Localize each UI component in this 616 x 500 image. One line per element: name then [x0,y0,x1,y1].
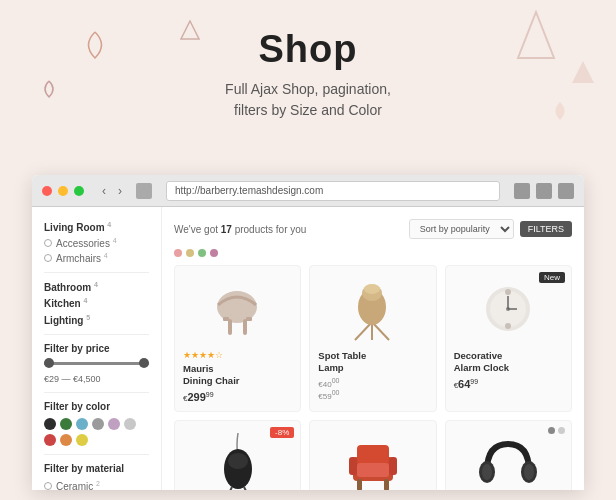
product-badge-sale: -8% [270,427,294,438]
price-range-slider[interactable]: €29 — €4,500 [44,362,149,384]
browser-bookmark-btn[interactable] [558,183,574,199]
sidebar-bathroom[interactable]: Bathroom 4 [44,281,149,293]
color-swatches [44,418,149,446]
svg-rect-4 [228,319,232,335]
main-header: We've got 17 products for you Sort by po… [174,219,572,239]
material-filter-label: Filter by material [44,463,149,474]
page-title: Shop [0,28,616,71]
svg-line-23 [228,487,232,490]
product-image-clock [454,274,563,344]
browser-window: ‹ › http://barberry.temashdesign.com Liv… [32,175,584,490]
price-filter-label: Filter by price [44,343,149,354]
product-card-fusce-armchair[interactable]: Fusce PortaArmchair €3,35000 [309,420,436,490]
price-range-text: €29 — €4,500 [44,374,101,384]
browser-maximize-btn[interactable] [74,186,84,196]
browser-forward-btn[interactable]: › [114,182,126,200]
product-name-chair: MaurisDining Chair [183,363,292,388]
pagination-dot-2[interactable] [186,249,194,257]
products-count: We've got 17 products for you [174,224,306,235]
svg-rect-30 [384,479,389,490]
product-price-chair: €29999 [183,391,292,403]
product-card-spot-lamp[interactable]: Spot TableLamp €4000 €5900 [309,265,436,412]
product-price-lamp: €4000 €5900 [318,378,427,401]
shop-content: Living Room 4 Accessories 4 Armchairs 4 … [32,207,584,490]
browser-close-btn[interactable] [42,186,52,196]
sort-select[interactable]: Sort by popularity Sort by price Sort by… [409,219,514,239]
sidebar-lighting[interactable]: Lighting 5 [44,314,149,326]
product-price-clock: €6499 [454,378,563,390]
product-card-headphones[interactable]: LiberoHeadphones €49900 [445,420,572,490]
dot-light [558,427,565,434]
browser-grid-btn[interactable] [136,183,152,199]
lamp-illustration [345,277,400,342]
price-slider-thumb-right[interactable] [139,358,149,368]
pagination-dot-4[interactable] [210,249,218,257]
svg-rect-5 [243,319,247,335]
color-swatch-yellow[interactable] [76,434,88,446]
price-slider-track[interactable] [44,362,149,365]
sidebar-divider-4 [44,454,149,455]
headphones-illustration [479,436,537,490]
product-image-blown-lamp [183,429,292,490]
color-swatch-orange[interactable] [60,434,72,446]
sidebar-item-accessories[interactable]: Accessories 4 [44,237,149,249]
sidebar-living-room: Living Room 4 [44,221,149,233]
product-card-mauris-chair[interactable]: ★★★★☆ MaurisDining Chair €29999 [174,265,301,412]
radio-ceramic[interactable] [44,482,52,490]
svg-point-13 [364,284,380,294]
browser-minimize-btn[interactable] [58,186,68,196]
svg-point-19 [505,289,511,295]
svg-point-33 [482,464,492,480]
svg-rect-6 [223,317,229,321]
sidebar-divider-2 [44,334,149,335]
color-swatch-black[interactable] [44,418,56,430]
page-subtitle: Full Ajax Shop, pagination,filters by Si… [0,79,616,121]
browser-refresh-btn[interactable] [514,183,530,199]
browser-share-btn[interactable] [536,183,552,199]
sidebar-kitchen[interactable]: Kitchen 4 [44,297,149,309]
product-image-headphones [454,429,563,490]
color-swatch-green[interactable] [60,418,72,430]
clock-illustration [481,282,536,337]
page-header: Shop Full Ajax Shop, pagination,filters … [0,0,616,121]
browser-back-btn[interactable]: ‹ [98,182,110,200]
radio-armchairs[interactable] [44,254,52,262]
sidebar-item-armchairs[interactable]: Armchairs 4 [44,252,149,264]
browser-url-text: http://barberry.temashdesign.com [175,185,323,196]
browser-url-bar[interactable]: http://barberry.temashdesign.com [166,181,500,201]
radio-accessories[interactable] [44,239,52,247]
filters-button[interactable]: FILTERS [520,221,572,237]
product-card-decorative-clock[interactable]: New DecorativeAlarm Clock [445,265,572,412]
color-swatch-purple[interactable] [108,418,120,430]
sidebar-divider-1 [44,272,149,273]
product-stars-chair: ★★★★☆ [183,350,292,360]
chair-illustration [210,279,265,339]
product-image-armchair [318,429,427,490]
blown-lamp-illustration [218,431,258,490]
color-swatch-red[interactable] [44,434,56,446]
color-swatch-blue[interactable] [76,418,88,430]
pagination-dot-1[interactable] [174,249,182,257]
color-swatch-gray[interactable] [92,418,104,430]
product-dots-headphones [548,427,565,434]
product-badge-new: New [539,272,565,283]
product-name-clock: DecorativeAlarm Clock [454,350,563,375]
price-slider-thumb-left[interactable] [44,358,54,368]
svg-line-8 [355,322,372,340]
product-image-mauris-chair [183,274,292,344]
pagination-dot-3[interactable] [198,249,206,257]
svg-point-20 [505,323,511,329]
material-ceramic[interactable]: Ceramic 2 [44,480,149,490]
product-card-blown-lamp[interactable]: -8% CommodoBlown Lamp [174,420,301,490]
svg-point-35 [524,464,534,480]
svg-rect-29 [357,479,362,490]
color-swatch-silver[interactable] [124,418,136,430]
pagination-dots [174,249,572,257]
svg-rect-7 [246,317,252,321]
product-name-lamp: Spot TableLamp [318,350,427,375]
sort-filter-area: Sort by popularity Sort by price Sort by… [409,219,572,239]
svg-rect-26 [357,445,389,463]
dot-dark [548,427,555,434]
browser-right-controls [514,183,574,199]
armchair-illustration [343,435,403,490]
